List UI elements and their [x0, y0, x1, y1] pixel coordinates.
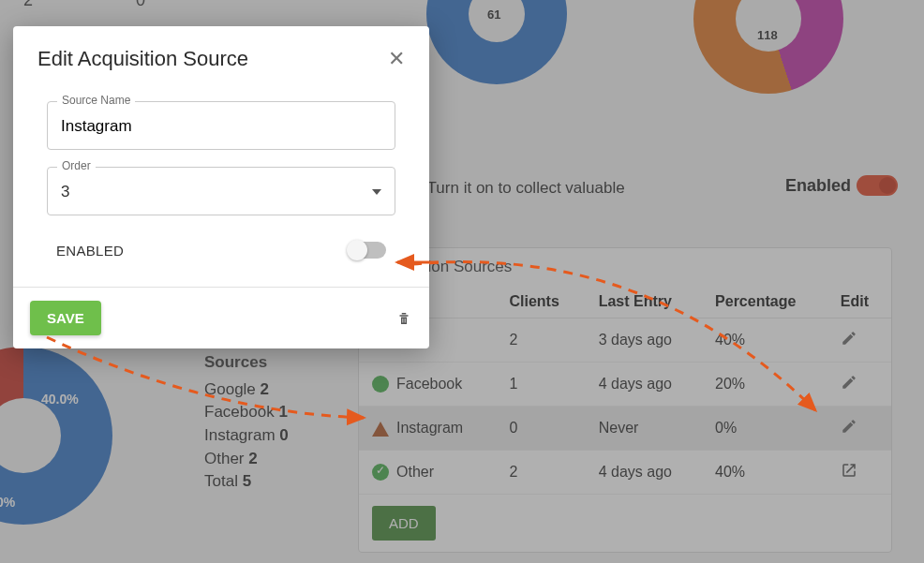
modal-title: Edit Acquisition Source [37, 47, 248, 71]
save-button[interactable]: SAVE [30, 301, 101, 335]
source-name-input[interactable] [61, 117, 381, 136]
order-label: Order [57, 159, 96, 172]
close-icon[interactable]: ✕ [388, 49, 405, 69]
enabled-label: ENABLED [56, 243, 124, 259]
enabled-toggle[interactable] [349, 242, 386, 259]
source-name-label: Source Name [57, 94, 135, 107]
delete-icon[interactable] [395, 309, 412, 328]
order-field[interactable]: Order 3 [47, 167, 395, 215]
source-name-field[interactable]: Source Name [47, 101, 395, 150]
chevron-down-icon [372, 189, 381, 195]
edit-source-modal: Edit Acquisition Source ✕ Source Name Or… [13, 26, 429, 348]
order-select[interactable]: 3 [61, 183, 372, 201]
